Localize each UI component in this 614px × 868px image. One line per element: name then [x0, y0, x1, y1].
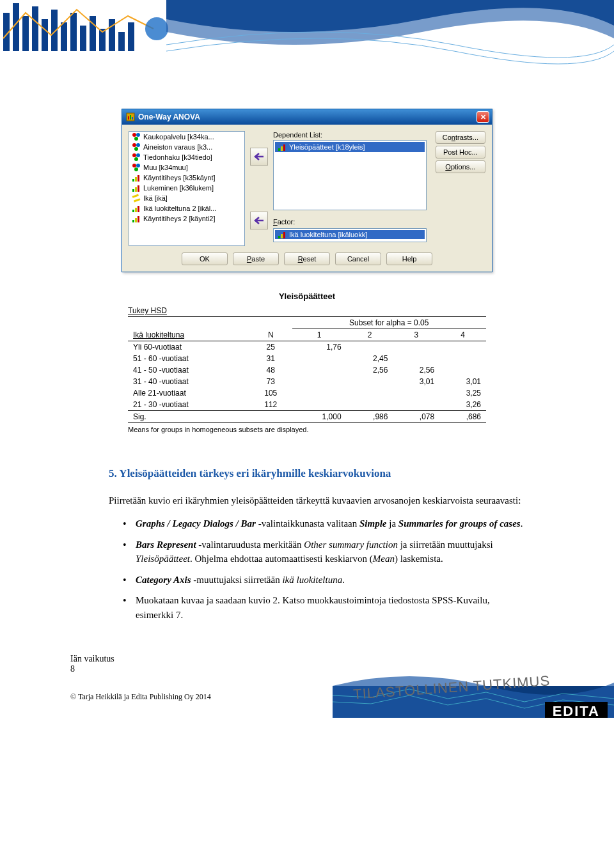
- close-button[interactable]: ✕: [476, 111, 489, 123]
- contrasts-button[interactable]: Contrasts...: [436, 131, 485, 144]
- footer-label: Iän vaikutus 8: [70, 654, 114, 674]
- svg-point-26: [132, 153, 136, 157]
- svg-rect-49: [278, 236, 280, 238]
- output-title: Yleisöpäätteet: [128, 291, 486, 301]
- factor-label: Factor:: [273, 218, 427, 226]
- svg-rect-18: [130, 115, 131, 120]
- var-item[interactable]: Ikä [ikä]: [129, 193, 244, 203]
- ordinal-icon: [278, 143, 287, 151]
- ordinal-icon: [132, 204, 141, 213]
- svg-rect-50: [281, 234, 283, 238]
- svg-point-30: [136, 164, 140, 167]
- group-col-header: Ikä luokiteltuna: [128, 329, 249, 341]
- section-heading: 5. Yleisöpäätteiden tärkeys eri ikäryhmi…: [109, 465, 524, 482]
- svg-rect-47: [281, 146, 283, 151]
- variable-list[interactable]: Kaukopalvelu [k34ka... Aineiston varaus …: [129, 131, 245, 246]
- svg-rect-34: [138, 175, 139, 182]
- tukey-table: Subset for alpha = 0.05 Ikä luokiteltuna…: [128, 316, 486, 423]
- svg-point-29: [132, 164, 136, 167]
- cancel-button[interactable]: Cancel: [335, 252, 381, 265]
- svg-rect-51: [283, 232, 285, 238]
- svg-point-31: [134, 167, 138, 171]
- table-row: 31 - 40 -vuotiaat733,013,01: [128, 376, 486, 387]
- svg-rect-33: [135, 177, 137, 182]
- ordinal-icon: [132, 183, 141, 192]
- table-row: 41 - 50 -vuotiaat482,562,56: [128, 364, 486, 376]
- var-item[interactable]: Lukeminen [k36lukem]: [129, 183, 244, 193]
- factor-box[interactable]: Ikä luokiteltuna [ikäluokk]: [273, 228, 427, 242]
- posthoc-button[interactable]: Post Hoc...: [436, 146, 485, 159]
- var-item[interactable]: Tiedonhaku [k34tiedo]: [129, 152, 244, 162]
- intro-paragraph: Piirretään kuvio eri ikäryhmien yleisöpä…: [109, 493, 524, 508]
- factor-item[interactable]: Ikä luokiteltuna [ikäluokk]: [275, 230, 425, 239]
- dialog-title: One-Way ANOVA: [138, 112, 200, 121]
- move-to-dependent-button[interactable]: [250, 148, 268, 166]
- svg-point-15: [145, 17, 168, 40]
- svg-point-27: [136, 153, 140, 157]
- dependent-item[interactable]: Yleisöpäätteet [k18yleis]: [275, 142, 425, 152]
- ordinal-icon: [132, 173, 141, 182]
- svg-rect-13: [118, 32, 125, 51]
- svg-rect-48: [283, 144, 285, 151]
- paste-button[interactable]: Paste: [233, 252, 279, 265]
- footer-banner: TILASTOLLINEN TUTKIMUS EDITA: [333, 647, 614, 718]
- options-button[interactable]: Options...: [436, 160, 485, 173]
- ordinal-icon: [278, 230, 287, 239]
- nominal-icon: [132, 143, 141, 151]
- table-row: Alle 21-vuotiaat1053,25: [128, 387, 486, 399]
- move-to-factor-button[interactable]: [250, 212, 268, 229]
- svg-point-22: [134, 137, 138, 141]
- svg-rect-42: [138, 206, 139, 212]
- sig-row: Sig.1,000,986,078,686: [128, 411, 486, 423]
- table-row: Yli 60-vuotiaat251,76: [128, 341, 486, 353]
- nominal-icon: [132, 163, 141, 172]
- svg-rect-38: [132, 194, 139, 198]
- banner-wave-icon: [166, 0, 614, 70]
- svg-rect-7: [61, 22, 67, 51]
- svg-rect-17: [128, 116, 129, 120]
- ordinal-icon: [132, 214, 141, 223]
- footer-copyright: © Tarja Heikkilä ja Edita Publishing Oy …: [70, 692, 211, 702]
- svg-rect-40: [132, 210, 134, 212]
- var-item[interactable]: Aineiston varaus [k3...: [129, 142, 244, 152]
- svg-rect-36: [135, 187, 137, 192]
- output-table: Yleisöpäätteet Tukey HSD Subset for alph…: [128, 291, 486, 433]
- var-item[interactable]: Kaukopalvelu [k34ka...: [129, 132, 244, 142]
- svg-point-24: [136, 143, 140, 147]
- footer: Iän vaikutus 8 © Tarja Heikkilä ja Edita…: [0, 641, 614, 724]
- subset-header: Subset for alpha = 0.05: [292, 317, 486, 329]
- svg-rect-14: [128, 22, 134, 51]
- svg-point-28: [134, 157, 138, 161]
- n-col-header: N: [249, 329, 292, 341]
- svg-rect-43: [132, 220, 134, 222]
- svg-rect-3: [22, 16, 29, 51]
- var-item[interactable]: Käyntitiheys [k35käynt]: [129, 173, 244, 183]
- svg-rect-5: [42, 19, 48, 51]
- bullet-item: Bars Represent -valintaruudusta merkitää…: [123, 538, 524, 566]
- svg-rect-8: [70, 13, 77, 51]
- dependent-list-label: Dependent List:: [273, 131, 427, 139]
- var-item[interactable]: Käyntitiheys 2 [käynti2]: [129, 213, 244, 224]
- svg-rect-41: [135, 208, 137, 212]
- dependent-list[interactable]: Yleisöpäätteet [k18yleis]: [273, 140, 427, 210]
- table-row: 51 - 60 -vuotiaat312,45: [128, 353, 486, 364]
- help-button[interactable]: Help: [386, 252, 432, 265]
- var-item[interactable]: Muu [k34muu]: [129, 162, 244, 173]
- svg-rect-35: [132, 189, 134, 192]
- body-text: 5. Yleisöpäätteiden tärkeys eri ikäryhmi…: [0, 453, 614, 641]
- svg-rect-39: [134, 198, 140, 202]
- svg-rect-37: [138, 185, 139, 192]
- nominal-icon: [132, 153, 141, 162]
- output-note: Means for groups in homogeneous subsets …: [128, 426, 486, 433]
- bullet-item: Category Axis -muuttujaksi siirretään ik…: [123, 573, 524, 587]
- edita-logo: EDITA: [545, 702, 608, 718]
- method-label: Tukey HSD: [128, 306, 486, 315]
- dialog-title-bar[interactable]: One-Way ANOVA ✕: [122, 109, 492, 125]
- bullet-item: Muokataan kuvaa ja saadaan kuvio 2. Kats…: [123, 593, 524, 622]
- svg-point-23: [132, 143, 136, 147]
- table-row: 21 - 30 -vuotiaat1123,26: [128, 399, 486, 411]
- svg-rect-4: [32, 6, 38, 51]
- reset-button[interactable]: Reset: [284, 252, 330, 265]
- ok-button[interactable]: OK: [182, 252, 228, 265]
- var-item[interactable]: Ikä luokiteltuna 2 [ikäl...: [129, 203, 244, 213]
